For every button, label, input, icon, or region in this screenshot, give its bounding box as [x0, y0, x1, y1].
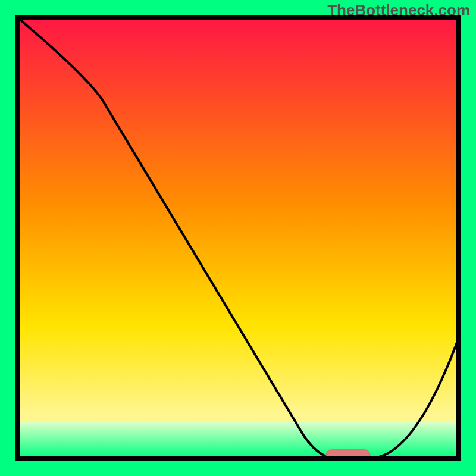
bottleneck-chart — [0, 0, 476, 476]
heat-gradient — [18, 18, 458, 458]
chart-stage: TheBottleneck.com — [0, 0, 476, 476]
watermark-text: TheBottleneck.com — [327, 1, 470, 20]
green-band — [18, 422, 458, 458]
